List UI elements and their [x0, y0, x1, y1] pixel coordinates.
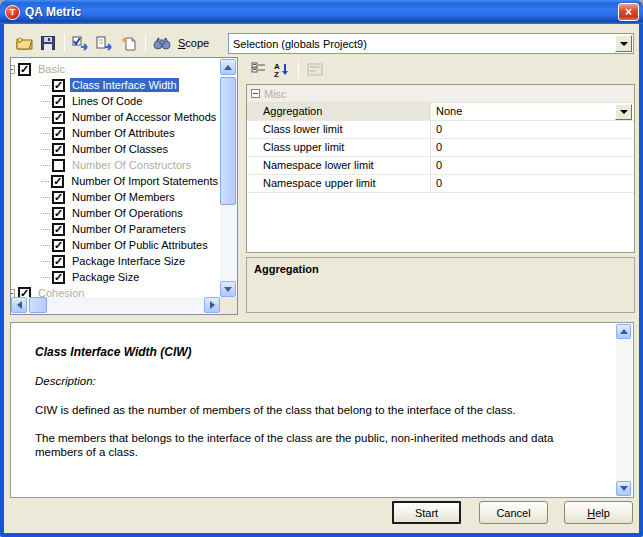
scroll-down-icon[interactable] — [616, 481, 631, 496]
scope-combobox-dropdown-icon[interactable] — [615, 35, 632, 52]
property-row-class-upper-limit[interactable]: Class upper limit0 — [247, 139, 634, 157]
property-value-text: 0 — [436, 123, 442, 135]
open-metrics-icon[interactable] — [12, 32, 36, 54]
tree-item-label[interactable]: Number Of Constructors — [70, 158, 193, 172]
property-value[interactable]: None — [431, 103, 634, 120]
scroll-left-icon[interactable] — [11, 297, 27, 313]
tree-item-label[interactable]: Package Interface Size — [70, 254, 187, 268]
tree-item-package-interface-size[interactable]: ✓Package Interface Size — [11, 253, 220, 269]
tree-item-label[interactable]: Number Of Public Attributes — [70, 238, 210, 252]
checkbox-number-of-operations[interactable]: ✓ — [52, 207, 65, 220]
tree-item-class-interface-width[interactable]: ✓Class Interface Width — [11, 77, 220, 93]
property-row-namespace-upper-limit[interactable]: Namespace upper limit0 — [247, 175, 634, 193]
scope-combobox[interactable]: Selection (globals Project9) — [228, 33, 634, 54]
checkbox-number-of-public-attributes[interactable]: ✓ — [52, 239, 65, 252]
tree-item-basic[interactable]: ✓Basic — [11, 61, 220, 77]
tree-item-label[interactable]: Cohesion — [36, 286, 86, 297]
close-button[interactable]: × — [618, 3, 639, 21]
tree-connector-line — [41, 181, 49, 182]
checkbox-package-interface-size[interactable]: ✓ — [52, 255, 65, 268]
scroll-up-icon[interactable] — [616, 324, 631, 339]
checkbox-number-of-classes[interactable]: ✓ — [52, 143, 65, 156]
scroll-down-icon[interactable] — [220, 281, 236, 297]
categorized-icon[interactable] — [246, 58, 270, 80]
tree-item-label[interactable]: Number Of Operations — [70, 206, 185, 220]
tree-item-number-of-operations[interactable]: ✓Number Of Operations — [11, 205, 220, 221]
description-scrollbar[interactable] — [616, 324, 632, 496]
tree-vscroll-thumb[interactable] — [220, 77, 236, 205]
value-dropdown-icon[interactable] — [615, 104, 632, 120]
start-button[interactable]: Start — [392, 501, 461, 524]
tree-item-label[interactable]: Basic — [36, 62, 67, 76]
tree-item-label[interactable]: Class Interface Width — [70, 78, 179, 92]
scroll-up-icon[interactable] — [220, 59, 236, 75]
tree-item-label[interactable]: Number Of Classes — [70, 142, 170, 156]
uncheck-selected-icon[interactable] — [93, 32, 117, 54]
scroll-right-icon[interactable] — [204, 297, 220, 313]
expand-box-fragment[interactable] — [11, 65, 15, 74]
checkbox-number-of-attributes[interactable]: ✓ — [52, 127, 65, 140]
tree-item-label[interactable]: Package Size — [70, 270, 141, 284]
description-panel: Class Interface Width (CIW) Description:… — [10, 322, 634, 498]
tree-horizontal-scrollbar[interactable] — [11, 297, 220, 314]
tree-item-label[interactable]: Number Of Members — [70, 190, 177, 204]
scope-label: Scope — [178, 37, 209, 49]
property-value[interactable]: 0 — [431, 121, 634, 138]
checkbox-number-of-accessor-methods[interactable]: ✓ — [52, 111, 65, 124]
checkbox-lines-of-code[interactable]: ✓ — [52, 95, 65, 108]
tree-item-label[interactable]: Number Of Parameters — [70, 222, 188, 236]
tree-item-number-of-parameters[interactable]: ✓Number Of Parameters — [11, 221, 220, 237]
window-title: QA Metric — [25, 5, 81, 19]
checkbox-number-of-parameters[interactable]: ✓ — [52, 223, 65, 236]
tree-connector-line — [41, 149, 50, 150]
category-row[interactable]: Misc — [247, 85, 634, 103]
property-name[interactable]: Class lower limit — [247, 121, 431, 138]
tree-item-package-size[interactable]: ✓Package Size — [11, 269, 220, 285]
checkbox-class-interface-width[interactable]: ✓ — [52, 79, 65, 92]
tree-hscroll-thumb[interactable] — [29, 297, 47, 313]
tree-item-lines-of-code[interactable]: ✓Lines Of Code — [11, 93, 220, 109]
tree-item-number-of-members[interactable]: ✓Number Of Members — [11, 189, 220, 205]
checkbox-package-size[interactable]: ✓ — [52, 271, 65, 284]
tree-item-label[interactable]: Lines Of Code — [70, 94, 144, 108]
tree-item-number-of-constructors[interactable]: Number Of Constructors — [11, 157, 220, 173]
description-paragraph: CIW is defined as the number of members … — [35, 403, 603, 417]
property-name[interactable]: Namespace upper limit — [247, 175, 431, 192]
collapse-icon[interactable] — [251, 89, 260, 98]
checkbox-cohesion[interactable]: ✓ — [18, 287, 31, 298]
checkbox-number-of-constructors[interactable] — [52, 159, 65, 172]
tree-item-number-of-attributes[interactable]: ✓Number Of Attributes — [11, 125, 220, 141]
property-value[interactable]: 0 — [431, 175, 634, 192]
property-name[interactable]: Aggregation — [247, 103, 431, 120]
property-row-class-lower-limit[interactable]: Class lower limit0 — [247, 121, 634, 139]
checkbox-number-of-members[interactable]: ✓ — [52, 191, 65, 204]
property-row-aggregation[interactable]: AggregationNone — [247, 103, 634, 121]
tree-vertical-scrollbar[interactable] — [220, 59, 237, 297]
check-selected-icon[interactable] — [69, 32, 93, 54]
help-button[interactable]: Help — [564, 501, 633, 524]
tree-item-label[interactable]: Number Of Import Statements — [69, 174, 220, 188]
property-value[interactable]: 0 — [431, 139, 634, 156]
property-name[interactable]: Class upper limit — [247, 139, 431, 156]
property-row-namespace-lower-limit[interactable]: Namespace lower limit0 — [247, 157, 634, 175]
checkbox-number-of-import-statements[interactable]: ✓ — [51, 175, 64, 188]
tree-item-cohesion[interactable]: ✓Cohesion — [11, 285, 220, 297]
tree-item-number-of-classes[interactable]: ✓Number Of Classes — [11, 141, 220, 157]
find-icon[interactable] — [150, 32, 174, 54]
tree-item-number-of-accessor-methods[interactable]: ✓Number of Accessor Methods — [11, 109, 220, 125]
metric-tree-rows: ✓Basic✓Class Interface Width✓Lines Of Co… — [11, 59, 220, 297]
new-metric-icon[interactable] — [117, 32, 141, 54]
property-name[interactable]: Namespace lower limit — [247, 157, 431, 174]
property-value[interactable]: 0 — [431, 157, 634, 174]
tree-item-number-of-import-statements[interactable]: ✓Number Of Import Statements — [11, 173, 220, 189]
checkbox-basic[interactable]: ✓ — [18, 63, 31, 76]
property-help-box: Aggregation — [246, 257, 635, 313]
expand-box-fragment[interactable] — [11, 289, 15, 298]
tree-item-label[interactable]: Number of Accessor Methods — [70, 110, 218, 124]
save-metrics-icon[interactable] — [36, 32, 60, 54]
tree-item-number-of-public-attributes[interactable]: ✓Number Of Public Attributes — [11, 237, 220, 253]
sort-alphabetical-icon[interactable]: AZ — [270, 58, 294, 80]
tree-item-label[interactable]: Number Of Attributes — [70, 126, 177, 140]
description-label: Description: — [35, 374, 603, 388]
cancel-button[interactable]: Cancel — [479, 501, 548, 524]
